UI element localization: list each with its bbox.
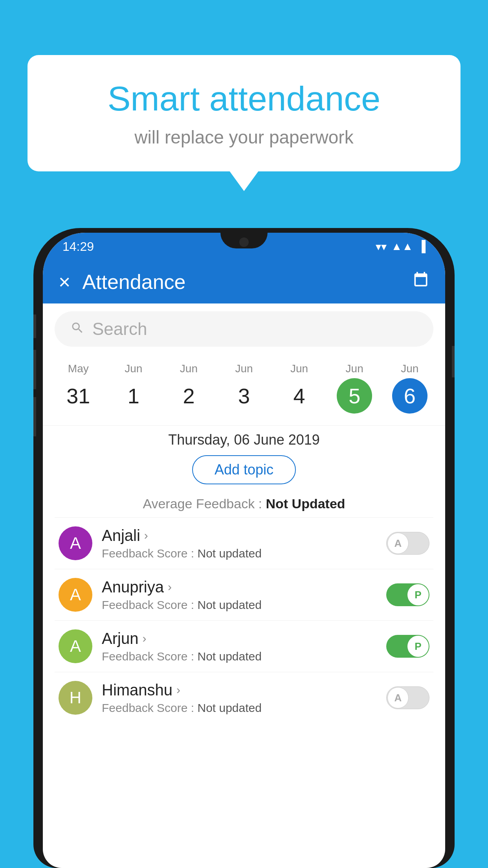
attendance-toggle[interactable]: P (386, 583, 429, 606)
date-col[interactable]: Jun6 (382, 359, 437, 417)
screen: 14:29 ▾▾ ▲▲ ▐ × Attendance (43, 233, 445, 868)
chevron-icon: › (176, 683, 180, 697)
signal-icon: ▲▲ (391, 240, 413, 253)
student-name: Himanshu › (102, 681, 377, 699)
search-placeholder: Search (92, 319, 147, 339)
wifi-icon: ▾▾ (376, 240, 387, 253)
date-col[interactable]: Jun3 (216, 359, 272, 417)
student-avatar: A (59, 629, 92, 663)
volume-down-button (33, 397, 36, 436)
toggle-switch[interactable]: A (386, 532, 429, 555)
student-item[interactable]: HHimanshu ›Feedback Score : Not updatedA (55, 672, 433, 723)
selected-date-text: Thursday, 06 June 2019 (51, 432, 437, 448)
month-label: Jun (180, 362, 198, 375)
subtext: will replace your paperwork (59, 127, 429, 148)
attendance-toggle[interactable]: A (386, 686, 429, 709)
app-bar-title: Attendance (82, 270, 412, 294)
toggle-thumb: A (387, 687, 409, 708)
date-number[interactable]: 1 (116, 378, 151, 414)
avg-feedback: Average Feedback : Not Updated (43, 490, 445, 517)
search-bar[interactable]: Search (55, 311, 433, 347)
student-avatar: A (59, 578, 92, 612)
calendar-row: May31Jun1Jun2Jun3Jun4Jun5Jun6 (43, 355, 445, 425)
date-number[interactable]: 2 (171, 378, 206, 414)
calendar-icon[interactable] (412, 271, 429, 292)
avg-feedback-label: Average Feedback : (143, 496, 266, 511)
volume-silent-button (33, 314, 36, 338)
status-icons: ▾▾ ▲▲ ▐ (376, 240, 426, 253)
student-name: Anjali › (102, 527, 377, 544)
toggle-thumb: P (407, 584, 429, 605)
chevron-icon: › (142, 632, 146, 645)
volume-up-button (33, 350, 36, 389)
selected-date-info: Thursday, 06 June 2019 Add topic (43, 425, 445, 490)
toggle-thumb: P (407, 636, 429, 657)
student-avatar: H (59, 681, 92, 715)
student-feedback: Feedback Score : Not updated (102, 650, 377, 663)
toggle-thumb: A (387, 533, 409, 554)
phone-frame: 14:29 ▾▾ ▲▲ ▐ × Attendance (33, 228, 455, 868)
headline: Smart attendance (59, 79, 429, 119)
toggle-switch[interactable]: P (386, 583, 429, 606)
student-feedback: Feedback Score : Not updated (102, 547, 377, 560)
month-label: May (68, 362, 89, 375)
add-topic-button[interactable]: Add topic (192, 455, 296, 484)
month-label: Jun (290, 362, 308, 375)
date-col[interactable]: Jun4 (272, 359, 327, 417)
toggle-switch[interactable]: P (386, 635, 429, 658)
app-bar: × Attendance (43, 260, 445, 303)
student-info: Anjali ›Feedback Score : Not updated (102, 527, 377, 560)
student-name: Anupriya › (102, 578, 377, 596)
battery-icon: ▐ (418, 240, 426, 253)
attendance-toggle[interactable]: P (386, 635, 429, 658)
close-button[interactable]: × (59, 270, 70, 294)
student-info: Arjun ›Feedback Score : Not updated (102, 630, 377, 663)
date-number[interactable]: 3 (226, 378, 262, 414)
student-avatar: A (59, 526, 92, 560)
power-button (452, 346, 455, 377)
chevron-icon: › (168, 580, 172, 594)
month-label: Jun (125, 362, 142, 375)
speech-bubble: Smart attendance will replace your paper… (28, 55, 460, 171)
toggle-switch[interactable]: A (386, 686, 429, 709)
date-col[interactable]: Jun1 (106, 359, 161, 417)
student-item[interactable]: AAnupriya ›Feedback Score : Not updatedP (55, 569, 433, 620)
student-feedback: Feedback Score : Not updated (102, 701, 377, 715)
student-info: Himanshu ›Feedback Score : Not updated (102, 681, 377, 715)
month-label: Jun (235, 362, 253, 375)
date-number[interactable]: 31 (61, 378, 96, 414)
student-item[interactable]: AAnjali ›Feedback Score : Not updatedA (55, 517, 433, 569)
speech-bubble-container: Smart attendance will replace your paper… (28, 55, 460, 171)
date-col[interactable]: Jun2 (161, 359, 216, 417)
date-number[interactable]: 4 (282, 378, 317, 414)
student-item[interactable]: AArjun ›Feedback Score : Not updatedP (55, 620, 433, 672)
avg-feedback-value: Not Updated (266, 496, 345, 511)
status-time: 14:29 (62, 239, 94, 254)
date-col[interactable]: Jun5 (327, 359, 382, 417)
chevron-icon: › (144, 529, 148, 542)
search-icon (70, 319, 84, 339)
date-col[interactable]: May31 (51, 359, 106, 417)
attendance-toggle[interactable]: A (386, 532, 429, 555)
date-number[interactable]: 6 (392, 378, 427, 414)
month-label: Jun (346, 362, 363, 375)
student-list: AAnjali ›Feedback Score : Not updatedAAA… (43, 517, 445, 723)
front-camera (239, 237, 249, 247)
student-name: Arjun › (102, 630, 377, 647)
date-number[interactable]: 5 (337, 378, 372, 414)
student-feedback: Feedback Score : Not updated (102, 598, 377, 612)
phone-inner: 14:29 ▾▾ ▲▲ ▐ × Attendance (38, 233, 450, 868)
student-info: Anupriya ›Feedback Score : Not updated (102, 578, 377, 612)
month-label: Jun (401, 362, 418, 375)
